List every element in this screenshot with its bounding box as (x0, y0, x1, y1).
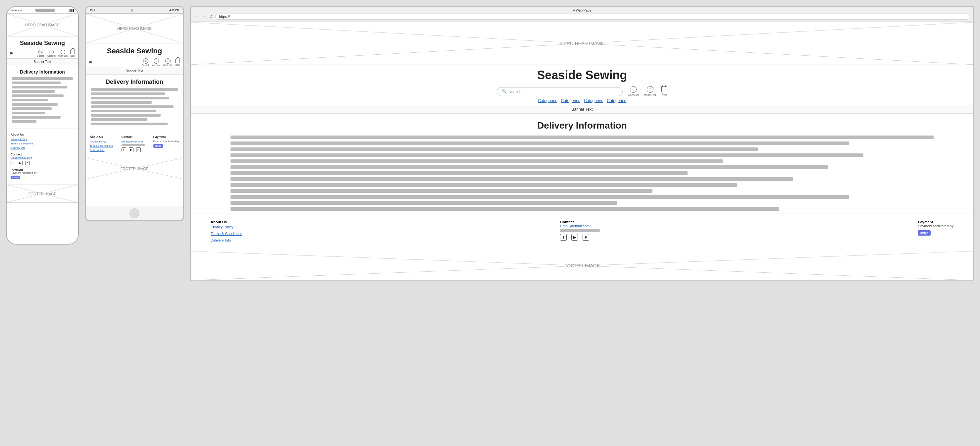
browser-account-label: Account (628, 94, 639, 97)
phone-bag-icon[interactable] (70, 50, 75, 54)
tablet-privacy-link[interactable]: Privacy Policy (90, 140, 113, 144)
phone-wishlist-icon-item[interactable]: ♡ Wish List (58, 50, 68, 57)
phone-search-icon-item[interactable]: 🔍 Search (37, 50, 45, 57)
browser-footer-image: FOOTER IMAGE (191, 251, 974, 281)
tablet-hamburger-icon[interactable]: ≡ (89, 60, 92, 65)
tablet-search-icon-item[interactable]: 🔍 Search (142, 58, 150, 66)
browser-contact-title: Contact (560, 220, 600, 224)
text-line (12, 112, 45, 114)
tablet-payment-title: Payment (153, 135, 179, 139)
phone-content: HERO HEAD IMAGE Seaside Sewing ≡ 🔍 Searc… (6, 13, 78, 244)
phone-nav-icons: 🔍 Search ○ Account ♡ Wish List Bag (37, 50, 75, 57)
phone-signal: ▐▐▐ (68, 9, 74, 12)
browser-forward-button[interactable]: → (201, 14, 207, 19)
tablet-contact-title: Contact (121, 135, 145, 139)
phone-about-title: About Us (11, 133, 33, 136)
browser-email-line (560, 229, 600, 232)
phone-bag-icon-item[interactable]: Bag (70, 50, 75, 57)
browser-category-2[interactable]: Categories (561, 99, 580, 103)
phone-account-icon-item[interactable]: ○ Account (47, 50, 55, 57)
phone-youtube-icon[interactable]: ▶ (18, 161, 22, 165)
tablet-home-button[interactable] (129, 209, 140, 218)
browser-url-bar[interactable]: https:// (215, 14, 970, 19)
tablet-account-label: Account (152, 64, 160, 66)
browser-search-input[interactable]: 🔍 search (497, 87, 623, 96)
tablet-bag-icon[interactable] (175, 59, 180, 63)
tablet-email-link[interactable]: Email@email.com (121, 140, 143, 143)
browser-bag-icon[interactable] (662, 86, 667, 92)
browser-back-button[interactable]: ← (194, 14, 199, 19)
browser-wishlist-icon[interactable]: ♡ (647, 86, 654, 93)
tablet-delivery-link[interactable]: Delivery Info (90, 148, 113, 153)
phone-footer-payment: Payment Payment facilitated by stripe (11, 168, 74, 179)
text-line (231, 189, 652, 193)
tablet-terms-link[interactable]: Terms & Conditions (90, 144, 113, 148)
tablet-bag-icon-item[interactable]: Bag (175, 59, 180, 66)
tablet-youtube-icon[interactable]: ▶ (129, 147, 134, 152)
phone-email-link[interactable]: Email@email.com (11, 156, 32, 159)
browser-email-link[interactable]: Email@email.com (560, 224, 600, 228)
browser-search-icon: 🔍 (502, 89, 507, 94)
browser-pinterest-icon[interactable]: P (582, 234, 589, 241)
phone-hamburger-icon[interactable]: ≡ (10, 51, 13, 56)
browser-account-icon[interactable]: ○ (630, 86, 636, 93)
phone-facebook-icon[interactable]: f (11, 161, 15, 165)
tablet-payment-text: Payment facilitated by (153, 140, 179, 143)
phone-delivery-link[interactable]: Delivery Info (11, 146, 33, 150)
browser-stripe-badge: stripe (918, 230, 931, 236)
browser-delivery-link[interactable]: Delivery Info (211, 237, 242, 244)
phone-wishlist-icon[interactable]: ♡ (60, 50, 65, 54)
phone-stripe-badge: stripe (11, 175, 20, 179)
text-line (12, 90, 55, 93)
tablet-account-icon[interactable]: ○ (154, 58, 159, 64)
browser-reload-button[interactable]: ↺ (208, 14, 213, 19)
tablet-wishlist-icon[interactable]: ♡ (165, 58, 170, 64)
tablet-pinterest-icon[interactable]: P (136, 147, 141, 152)
tablet-site-title: Seaside Sewing (86, 43, 183, 57)
phone-account-icon[interactable]: ○ (49, 50, 54, 54)
browser-account-item[interactable]: ○ Account (628, 86, 639, 97)
tablet-status-bar: iPad 4:03 PM (86, 7, 183, 14)
tablet-social-icons: f ▶ P (121, 147, 145, 152)
tablet-footer-cols: About Us Privacy Policy Terms & Conditio… (90, 135, 179, 153)
text-line (12, 94, 64, 97)
text-line (231, 195, 849, 199)
tablet-account-icon-item[interactable]: ○ Account (152, 58, 160, 66)
tablet-brand: iPad (90, 9, 95, 11)
browser-search-area: 🔍 search ○ Account ♡ Wish List Bag (191, 83, 974, 97)
phone-privacy-link[interactable]: Privacy Policy (11, 137, 33, 142)
browser-wishlist-item[interactable]: ♡ Wish List (644, 86, 656, 97)
browser-category-1[interactable]: Categories (538, 99, 557, 103)
tablet-facebook-icon[interactable]: f (121, 147, 126, 152)
browser-bag-item[interactable]: Bag (662, 86, 667, 97)
tablet-footer-about: About Us Privacy Policy Terms & Conditio… (90, 135, 113, 153)
browser-hero-label: HERO HEAD IMAGE (560, 41, 604, 46)
phone-bag-label: Bag (70, 55, 75, 57)
tablet-stripe-badge: stripe (153, 144, 163, 148)
browser-privacy-link[interactable]: Privacy Policy (211, 224, 242, 231)
phone-search-icon[interactable]: 🔍 (38, 50, 43, 54)
phone-footer-image: FOOTER IMAGE (6, 185, 78, 203)
browser-chrome: A Web Page ← → ↺ https:// (191, 6, 974, 22)
text-line (12, 81, 60, 84)
tablet-footer-contact: Contact Email@email.com f ▶ P (121, 135, 145, 153)
phone-terms-link[interactable]: Terms & Conditions (11, 142, 33, 146)
tablet-frame: iPad 4:03 PM HERO HEAD IMAGE Seaside Sew… (85, 6, 184, 221)
text-line (231, 147, 758, 151)
phone-time: 09:52 AM (11, 9, 22, 12)
browser-category-4[interactable]: Categories (607, 99, 626, 103)
browser-terms-link[interactable]: Terms & Conditions (211, 231, 242, 237)
phone-notch (35, 9, 55, 12)
browser-category-3[interactable]: Categories (584, 99, 603, 103)
phone-status-bar: 09:52 AM ▐▐▐ (6, 6, 78, 13)
phone-pinterest-icon[interactable]: P (25, 161, 30, 165)
browser-youtube-icon[interactable]: ▶ (571, 234, 578, 241)
tablet-wishlist-icon-item[interactable]: ♡ Wish List (163, 58, 173, 66)
tablet-search-label: Search (142, 64, 150, 66)
tablet-search-icon[interactable]: 🔍 (143, 58, 148, 64)
text-line (231, 201, 617, 205)
browser-facebook-icon[interactable]: f (560, 234, 567, 241)
text-line (12, 99, 48, 101)
browser-content: HERO HEAD IMAGE Seaside Sewing 🔍 search … (191, 22, 974, 281)
text-line (91, 92, 165, 95)
